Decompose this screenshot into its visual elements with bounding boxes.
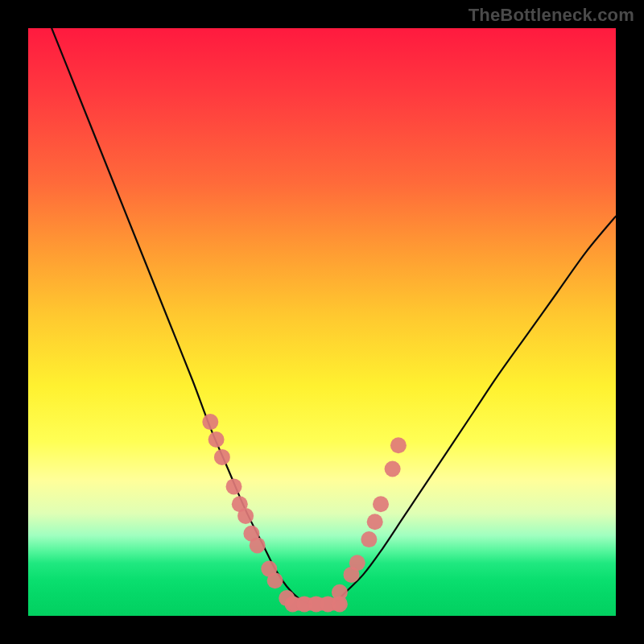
data-marker [226,478,242,494]
data-marker [367,514,383,530]
curve-right-curve [334,217,616,605]
data-marker [237,508,254,524]
data-marker [267,572,283,588]
watermark-text: TheBottleneck.com [469,5,634,26]
curve-left-curve [52,28,310,604]
data-marker [214,449,230,465]
chart-frame: TheBottleneck.com [0,0,644,644]
data-marker [332,596,348,612]
curve-group [52,28,616,604]
data-marker [390,437,407,453]
data-marker [385,461,401,477]
data-marker [349,555,365,571]
data-marker [250,537,266,553]
curves-layer [28,28,616,616]
data-marker [202,414,218,430]
data-marker [208,431,225,448]
plot-area [28,28,616,616]
data-marker [373,496,389,512]
marker-group [202,414,407,612]
data-marker [361,531,377,547]
